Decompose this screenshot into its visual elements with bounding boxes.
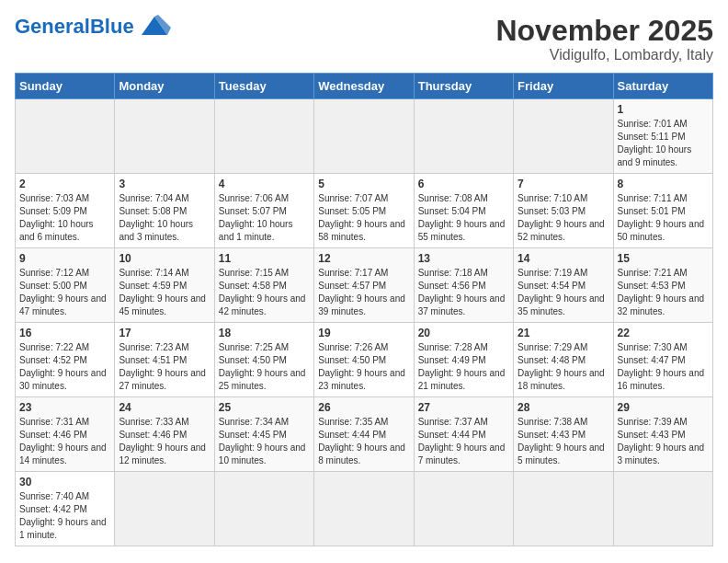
day-number: 4	[219, 178, 310, 190]
calendar-cell	[414, 472, 513, 546]
day-info: Sunrise: 7:21 AMSunset: 4:53 PMDaylight:…	[618, 267, 709, 318]
day-info: Sunrise: 7:07 AMSunset: 5:05 PMDaylight:…	[318, 192, 409, 244]
weekday-header-wednesday: Wednesday	[314, 74, 414, 99]
calendar-cell: 26Sunrise: 7:35 AMSunset: 4:44 PMDayligh…	[314, 397, 414, 472]
calendar-cell	[514, 99, 613, 174]
day-number: 25	[219, 401, 310, 414]
day-info: Sunrise: 7:29 AMSunset: 4:48 PMDaylight:…	[518, 341, 609, 393]
calendar-cell: 20Sunrise: 7:28 AMSunset: 4:49 PMDayligh…	[414, 323, 513, 397]
logo-blue: Blue	[90, 15, 134, 38]
calendar-cell: 25Sunrise: 7:34 AMSunset: 4:45 PMDayligh…	[214, 397, 313, 472]
day-info: Sunrise: 7:18 AMSunset: 4:56 PMDaylight:…	[418, 267, 509, 318]
day-info: Sunrise: 7:23 AMSunset: 4:51 PMDaylight:…	[119, 341, 210, 393]
day-info: Sunrise: 7:33 AMSunset: 4:46 PMDaylight:…	[119, 416, 210, 467]
day-number: 3	[119, 178, 210, 190]
calendar-cell	[115, 99, 214, 174]
day-number: 1	[618, 103, 709, 116]
day-number: 30	[19, 476, 110, 488]
day-info: Sunrise: 7:31 AMSunset: 4:46 PMDaylight:…	[19, 416, 110, 467]
day-info: Sunrise: 7:37 AMSunset: 4:44 PMDaylight:…	[418, 416, 509, 467]
calendar-cell	[514, 472, 613, 546]
day-number: 19	[318, 327, 409, 339]
calendar-cell: 28Sunrise: 7:38 AMSunset: 4:43 PMDayligh…	[514, 397, 613, 472]
day-info: Sunrise: 7:30 AMSunset: 4:47 PMDaylight:…	[618, 341, 709, 393]
day-number: 23	[19, 401, 110, 414]
calendar-cell: 15Sunrise: 7:21 AMSunset: 4:53 PMDayligh…	[613, 248, 712, 323]
day-info: Sunrise: 7:39 AMSunset: 4:43 PMDaylight:…	[618, 416, 709, 467]
calendar-cell: 13Sunrise: 7:18 AMSunset: 4:56 PMDayligh…	[414, 248, 513, 323]
calendar-cell: 21Sunrise: 7:29 AMSunset: 4:48 PMDayligh…	[514, 323, 613, 397]
day-info: Sunrise: 7:17 AMSunset: 4:57 PMDaylight:…	[318, 267, 409, 318]
day-number: 14	[518, 252, 609, 265]
calendar-cell: 12Sunrise: 7:17 AMSunset: 4:57 PMDayligh…	[314, 248, 414, 323]
day-info: Sunrise: 7:14 AMSunset: 4:59 PMDaylight:…	[119, 267, 210, 318]
day-info: Sunrise: 7:12 AMSunset: 5:00 PMDaylight:…	[19, 267, 110, 318]
day-number: 6	[418, 178, 509, 190]
calendar-cell: 23Sunrise: 7:31 AMSunset: 4:46 PMDayligh…	[16, 397, 115, 472]
calendar-cell: 19Sunrise: 7:26 AMSunset: 4:50 PMDayligh…	[314, 323, 414, 397]
calendar-cell	[214, 472, 313, 546]
day-number: 2	[19, 178, 110, 190]
title-block: November 2025 Vidigulfo, Lombardy, Italy	[495, 15, 713, 63]
day-info: Sunrise: 7:38 AMSunset: 4:43 PMDaylight:…	[518, 416, 609, 467]
day-info: Sunrise: 7:40 AMSunset: 4:42 PMDaylight:…	[19, 490, 110, 542]
day-number: 5	[318, 178, 409, 190]
calendar-cell: 11Sunrise: 7:15 AMSunset: 4:58 PMDayligh…	[214, 248, 313, 323]
calendar-cell: 1Sunrise: 7:01 AMSunset: 5:11 PMDaylight…	[613, 99, 712, 174]
day-number: 11	[219, 252, 310, 265]
logo-text: GeneralBlue	[15, 15, 134, 39]
calendar-subtitle: Vidigulfo, Lombardy, Italy	[495, 47, 713, 63]
day-number: 21	[518, 327, 609, 339]
calendar-cell: 2Sunrise: 7:03 AMSunset: 5:09 PMDaylight…	[16, 174, 115, 248]
day-number: 15	[618, 252, 709, 265]
calendar-cell: 24Sunrise: 7:33 AMSunset: 4:46 PMDayligh…	[115, 397, 214, 472]
calendar-cell	[314, 99, 414, 174]
day-number: 27	[418, 401, 509, 414]
calendar-cell: 29Sunrise: 7:39 AMSunset: 4:43 PMDayligh…	[613, 397, 712, 472]
calendar-cell: 5Sunrise: 7:07 AMSunset: 5:05 PMDaylight…	[314, 174, 414, 248]
calendar-table: SundayMondayTuesdayWednesdayThursdayFrid…	[15, 73, 713, 546]
day-number: 12	[318, 252, 409, 265]
day-info: Sunrise: 7:15 AMSunset: 4:58 PMDaylight:…	[219, 267, 310, 318]
day-number: 9	[19, 252, 110, 265]
day-number: 8	[618, 178, 709, 190]
day-info: Sunrise: 7:22 AMSunset: 4:52 PMDaylight:…	[19, 341, 110, 393]
logo-icon	[138, 13, 171, 39]
weekday-header-friday: Friday	[514, 74, 613, 99]
day-info: Sunrise: 7:28 AMSunset: 4:49 PMDaylight:…	[418, 341, 509, 393]
day-number: 26	[318, 401, 409, 414]
calendar-cell	[314, 472, 414, 546]
day-number: 22	[618, 327, 709, 339]
weekday-header-thursday: Thursday	[414, 74, 513, 99]
calendar-cell	[414, 99, 513, 174]
day-info: Sunrise: 7:03 AMSunset: 5:09 PMDaylight:…	[19, 192, 110, 244]
day-number: 24	[119, 401, 210, 414]
calendar-cell	[115, 472, 214, 546]
day-number: 10	[119, 252, 210, 265]
day-info: Sunrise: 7:10 AMSunset: 5:03 PMDaylight:…	[518, 192, 609, 244]
logo-general: General	[15, 15, 90, 38]
calendar-cell: 14Sunrise: 7:19 AMSunset: 4:54 PMDayligh…	[514, 248, 613, 323]
calendar-cell: 8Sunrise: 7:11 AMSunset: 5:01 PMDaylight…	[613, 174, 712, 248]
calendar-cell: 7Sunrise: 7:10 AMSunset: 5:03 PMDaylight…	[514, 174, 613, 248]
calendar-cell: 3Sunrise: 7:04 AMSunset: 5:08 PMDaylight…	[115, 174, 214, 248]
day-number: 13	[418, 252, 509, 265]
day-info: Sunrise: 7:35 AMSunset: 4:44 PMDaylight:…	[318, 416, 409, 467]
calendar-cell: 9Sunrise: 7:12 AMSunset: 5:00 PMDaylight…	[16, 248, 115, 323]
weekday-header-tuesday: Tuesday	[214, 74, 313, 99]
calendar-page: GeneralBlue November 2025 Vidigulfo, Lom…	[0, 0, 728, 556]
calendar-cell: 22Sunrise: 7:30 AMSunset: 4:47 PMDayligh…	[613, 323, 712, 397]
day-info: Sunrise: 7:08 AMSunset: 5:04 PMDaylight:…	[418, 192, 509, 244]
day-number: 17	[119, 327, 210, 339]
day-number: 18	[219, 327, 310, 339]
header: GeneralBlue November 2025 Vidigulfo, Lom…	[15, 15, 713, 63]
day-number: 28	[518, 401, 609, 414]
weekday-header-saturday: Saturday	[613, 74, 712, 99]
day-info: Sunrise: 7:34 AMSunset: 4:45 PMDaylight:…	[219, 416, 310, 467]
calendar-cell: 10Sunrise: 7:14 AMSunset: 4:59 PMDayligh…	[115, 248, 214, 323]
calendar-cell: 27Sunrise: 7:37 AMSunset: 4:44 PMDayligh…	[414, 397, 513, 472]
calendar-cell: 30Sunrise: 7:40 AMSunset: 4:42 PMDayligh…	[16, 472, 115, 546]
calendar-cell: 6Sunrise: 7:08 AMSunset: 5:04 PMDaylight…	[414, 174, 513, 248]
weekday-header-monday: Monday	[115, 74, 214, 99]
day-info: Sunrise: 7:19 AMSunset: 4:54 PMDaylight:…	[518, 267, 609, 318]
